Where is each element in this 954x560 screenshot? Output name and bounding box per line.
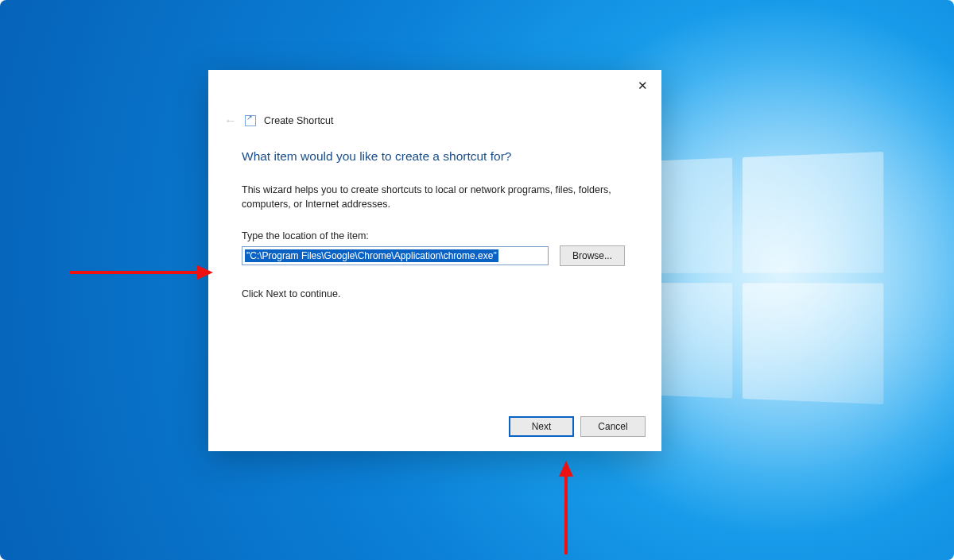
browse-button[interactable]: Browse... [560, 245, 625, 266]
annotation-arrow-bottom [562, 461, 570, 554]
close-button[interactable]: ✕ [631, 76, 653, 94]
desktop-wallpaper: ✕ ← Create Shortcut What item would you … [0, 0, 954, 560]
dialog-header: ← Create Shortcut [224, 114, 334, 127]
annotation-arrow-left [70, 268, 213, 276]
close-icon: ✕ [638, 79, 648, 91]
location-input-value: "C:\Program Files\Google\Chrome\Applicat… [245, 249, 498, 262]
shortcut-icon [245, 115, 256, 126]
location-label: Type the location of the item: [242, 230, 628, 241]
dialog-footer: Next Cancel [509, 416, 646, 437]
wizard-description: This wizard helps you to create shortcut… [242, 183, 628, 211]
continue-hint: Click Next to continue. [242, 288, 628, 299]
back-arrow-icon[interactable]: ← [224, 114, 237, 127]
location-input[interactable]: "C:\Program Files\Google\Chrome\Applicat… [242, 246, 549, 265]
next-button[interactable]: Next [509, 416, 574, 437]
create-shortcut-dialog: ✕ ← Create Shortcut What item would you … [208, 70, 661, 451]
wizard-heading: What item would you like to create a sho… [242, 149, 628, 164]
dialog-title: Create Shortcut [264, 115, 334, 126]
cancel-button[interactable]: Cancel [580, 416, 646, 437]
